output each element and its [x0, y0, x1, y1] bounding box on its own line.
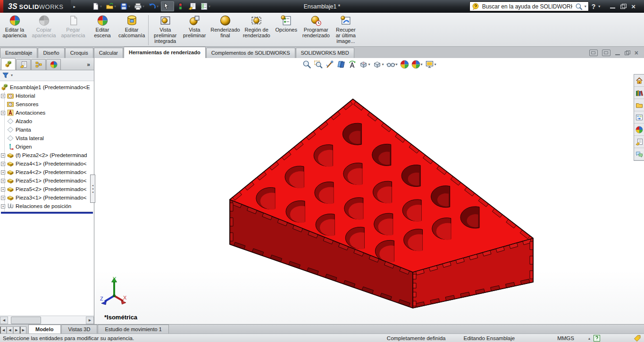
edit-appearance-hud-button[interactable]: [400, 59, 410, 69]
final-render-button[interactable]: Renderizado final: [209, 14, 241, 38]
status-units[interactable]: MMGS: [557, 335, 574, 341]
doc-restore-icon[interactable]: [625, 50, 630, 55]
viewport-canvas[interactable]: ▾ ▾ ▾ ▾ ▾ Y X Z *Isométrica: [94, 58, 644, 324]
edit-decal-button[interactable]: Editar calcomanía: [117, 14, 146, 38]
display-style-button[interactable]: ▾: [372, 59, 384, 69]
caret-icon[interactable]: ▾: [395, 63, 397, 67]
properties-button[interactable]: [187, 1, 198, 11]
tree-item-pieza5-2[interactable]: + Pieza5<2> (Predeterminado<: [0, 185, 94, 193]
caret-icon[interactable]: ▾: [421, 63, 423, 67]
help-search-box[interactable]: ▾: [469, 1, 589, 11]
filter-funnel-icon[interactable]: [2, 72, 9, 79]
undo-button[interactable]: ▾: [147, 1, 160, 11]
caret-icon[interactable]: ▾: [128, 5, 130, 8]
minimize-icon[interactable]: [610, 4, 616, 9]
nav-first-icon[interactable]: ◀: [0, 326, 7, 334]
tree-item-origen[interactable]: Origen: [0, 142, 94, 151]
scrollbar-thumb[interactable]: [11, 317, 41, 324]
close-icon[interactable]: ×: [631, 4, 636, 9]
schedule-render-button[interactable]: Programar renderizado: [301, 14, 331, 38]
integrated-preview-button[interactable]: Vista preliminar integrada: [151, 14, 180, 44]
expand-icon[interactable]: +: [1, 94, 5, 98]
caret-icon[interactable]: ▾: [368, 63, 370, 67]
tree-item-root[interactable]: Ensamblaje1 (Predeterminado<E: [0, 83, 94, 92]
nav-next-icon[interactable]: ▶: [13, 326, 20, 334]
tree-item-anotaciones[interactable]: + Anotaciones: [0, 108, 94, 117]
viewport-pane-icon[interactable]: [589, 50, 598, 56]
tree-filter-row[interactable]: ▾: [0, 70, 94, 81]
rollback-bar[interactable]: [1, 212, 93, 214]
viewport-split-icon[interactable]: [602, 50, 611, 56]
tree-item-pieza2[interactable]: + (f) Pieza2<2> (Predeterminad: [0, 151, 94, 159]
panel-splitter-handle[interactable]: ◂ ◂ ◂: [90, 175, 95, 203]
tab-property-manager[interactable]: [16, 59, 31, 70]
tab-vistas-3d[interactable]: Vistas 3D: [61, 325, 98, 334]
taskpane-home-button[interactable]: [634, 75, 644, 87]
toolbar-flyout-icon[interactable]: ▸: [71, 3, 78, 10]
taskpane-custom-properties-button[interactable]: [634, 136, 644, 148]
expand-icon[interactable]: +: [1, 162, 5, 166]
nav-prev-icon[interactable]: ◀: [7, 326, 13, 334]
quick-tips-icon[interactable]: [593, 334, 601, 342]
select-tool-button[interactable]: ▾: [161, 1, 174, 11]
edit-appearance-button[interactable]: Editar la apariencia: [0, 14, 29, 38]
doc-close-icon[interactable]: ×: [635, 50, 638, 55]
tab-ensamblaje[interactable]: Ensamblaje: [0, 48, 37, 58]
expand-icon[interactable]: +: [1, 187, 5, 192]
expand-icon[interactable]: +: [1, 111, 5, 115]
tab-solidworks-mbd[interactable]: SOLIDWORKS MBD: [296, 48, 354, 58]
caret-icon[interactable]: ▾: [209, 5, 210, 8]
section-view-button[interactable]: [335, 59, 345, 69]
view-orientation-button[interactable]: ▾: [358, 59, 370, 69]
tab-estudio-movimiento[interactable]: Estudio de movimiento 1: [98, 325, 168, 334]
nav-last-icon[interactable]: ▶: [20, 326, 26, 334]
scroll-left-icon[interactable]: ◀: [0, 317, 8, 324]
taskpane-appearances-button[interactable]: [634, 124, 644, 136]
preview-button[interactable]: Vista preliminar: [180, 14, 209, 38]
apply-scene-button[interactable]: ▾: [411, 59, 423, 69]
tab-display-manager[interactable]: [46, 59, 61, 70]
expand-icon[interactable]: +: [1, 153, 5, 158]
print-button[interactable]: ▾: [133, 1, 146, 11]
tree-item-pieza3-1[interactable]: + Pieza3<1> (Predeterminado<: [0, 193, 94, 202]
caret-icon[interactable]: ▾: [435, 63, 436, 67]
new-document-button[interactable]: ▾: [90, 1, 103, 11]
tree-item-alzado[interactable]: Alzado: [0, 117, 94, 125]
hide-show-items-button[interactable]: ▾: [385, 59, 398, 69]
search-caret-icon[interactable]: ▾: [585, 5, 586, 8]
view-settings-button[interactable]: ▾: [425, 59, 437, 69]
tab-feature-manager[interactable]: [1, 58, 16, 70]
units-caret-icon[interactable]: ▴: [588, 336, 590, 341]
render-region-button[interactable]: Región de renderizado: [242, 14, 272, 38]
tab-diseno[interactable]: Diseño: [38, 48, 64, 58]
caret-icon[interactable]: ▾: [157, 5, 159, 8]
appearance-filter-button[interactable]: [175, 1, 186, 11]
tree-item-planta[interactable]: Planta: [0, 125, 94, 134]
tree-item-pieza4-1[interactable]: + Pieza4<1> (Predeterminado<: [0, 159, 94, 168]
panel-horizontal-scrollbar[interactable]: ◀ ▶: [0, 316, 94, 324]
restore-icon[interactable]: [620, 4, 627, 9]
caret-icon[interactable]: ▾: [142, 5, 144, 8]
filter-caret-icon[interactable]: ▾: [11, 74, 13, 77]
tab-herramientas-de-renderizado[interactable]: Herramientas de renderizado: [124, 47, 206, 58]
caret-icon[interactable]: ▾: [100, 5, 102, 8]
scroll-right-icon[interactable]: ▶: [86, 317, 94, 324]
taskpane-file-explorer-button[interactable]: [634, 99, 644, 111]
zoom-area-button[interactable]: [313, 59, 323, 69]
edit-scene-button[interactable]: Editar escena: [88, 14, 117, 38]
caret-icon[interactable]: ▾: [114, 5, 116, 8]
previous-view-button[interactable]: [324, 59, 334, 69]
search-input[interactable]: [481, 3, 573, 10]
options-button[interactable]: ▾: [199, 1, 212, 11]
tree-item-sensores[interactable]: Sensores: [0, 100, 94, 108]
tree-item-pieza4-2[interactable]: + Pieza4<2> (Predeterminado<: [0, 168, 94, 176]
expand-icon[interactable]: +: [1, 196, 5, 200]
tree-item-pieza5-1[interactable]: + Pieza5<1> (Predeterminado<: [0, 176, 94, 185]
panel-expand-icon[interactable]: »: [87, 61, 94, 70]
taskpane-view-palette-button[interactable]: [634, 111, 644, 124]
help-caret-icon[interactable]: ▾: [598, 5, 600, 8]
recall-last-image-button[interactable]: Recuper ar última image...: [331, 14, 360, 44]
tag-icon[interactable]: [634, 334, 641, 342]
assembly-model[interactable]: [94, 58, 644, 324]
render-options-button[interactable]: Opciones: [272, 14, 301, 33]
